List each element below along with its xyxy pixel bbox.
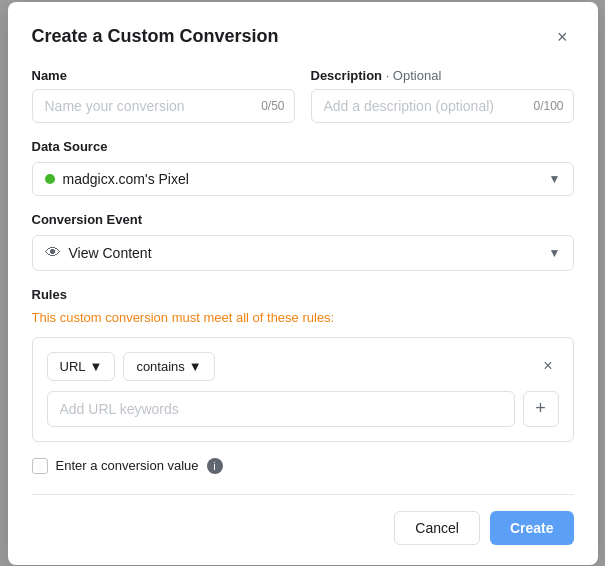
- rules-section: Rules This custom conversion must meet a…: [32, 287, 574, 442]
- close-button[interactable]: ×: [551, 26, 574, 48]
- conversion-value-row: Enter a conversion value i: [32, 458, 574, 474]
- conversion-event-select[interactable]: 👁 View Content ▼: [32, 235, 574, 271]
- cancel-button[interactable]: Cancel: [394, 511, 480, 545]
- data-source-chevron-icon: ▼: [549, 172, 561, 186]
- conversion-value-checkbox[interactable]: [32, 458, 48, 474]
- name-input-wrapper: 0/50: [32, 89, 295, 123]
- description-input[interactable]: [311, 89, 574, 123]
- name-label: Name: [32, 68, 295, 83]
- rules-subtitle: This custom conversion must meet all of …: [32, 310, 574, 325]
- modal-footer: Cancel Create: [32, 494, 574, 545]
- data-source-value: madgicx.com's Pixel: [63, 171, 549, 187]
- description-input-wrapper: 0/100: [311, 89, 574, 123]
- url-dropdown[interactable]: URL ▼: [47, 352, 116, 381]
- keyword-input[interactable]: [47, 391, 515, 427]
- modal: Create a Custom Conversion × Name 0/50 D…: [8, 2, 598, 565]
- name-input[interactable]: [32, 89, 295, 123]
- data-source-label: Data Source: [32, 139, 574, 154]
- conversion-event-value: View Content: [69, 245, 541, 261]
- modal-overlay: Create a Custom Conversion × Name 0/50 D…: [0, 0, 605, 566]
- conversion-event-chevron-icon: ▼: [549, 246, 561, 260]
- description-group: Description · Optional 0/100: [311, 68, 574, 123]
- contains-chevron-icon: ▼: [189, 359, 202, 374]
- add-keyword-button[interactable]: +: [523, 391, 559, 427]
- info-icon[interactable]: i: [207, 458, 223, 474]
- rules-box: URL ▼ contains ▼ × +: [32, 337, 574, 442]
- create-button[interactable]: Create: [490, 511, 574, 545]
- eye-icon: 👁: [45, 244, 61, 262]
- name-description-row: Name 0/50 Description · Optional 0/100: [32, 68, 574, 123]
- url-label: URL: [60, 359, 86, 374]
- rules-controls-row: URL ▼ contains ▼ ×: [47, 352, 559, 381]
- rules-label: Rules: [32, 287, 574, 302]
- data-source-select[interactable]: madgicx.com's Pixel ▼: [32, 162, 574, 196]
- modal-header: Create a Custom Conversion ×: [32, 26, 574, 48]
- data-source-dot: [45, 174, 55, 184]
- keyword-row: +: [47, 391, 559, 427]
- name-group: Name 0/50: [32, 68, 295, 123]
- contains-dropdown[interactable]: contains ▼: [123, 352, 214, 381]
- conversion-event-label: Conversion Event: [32, 212, 574, 227]
- conversion-value-label: Enter a conversion value: [56, 458, 199, 473]
- modal-title: Create a Custom Conversion: [32, 26, 279, 47]
- contains-label: contains: [136, 359, 184, 374]
- url-chevron-icon: ▼: [90, 359, 103, 374]
- rule-remove-button[interactable]: ×: [537, 353, 558, 379]
- description-label: Description · Optional: [311, 68, 574, 83]
- description-optional: · Optional: [386, 68, 442, 83]
